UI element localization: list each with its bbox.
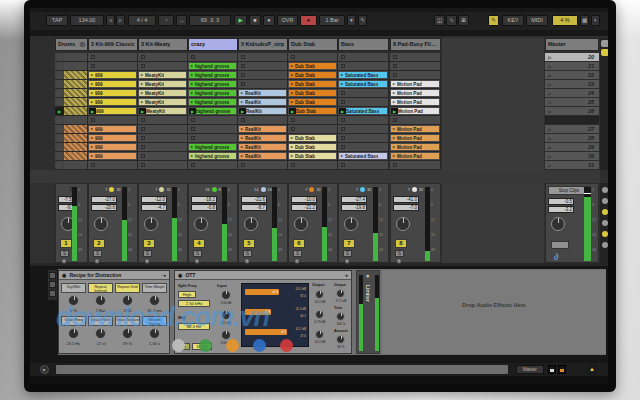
clip-slot[interactable] bbox=[338, 98, 389, 107]
group-stop-button[interactable]: ▷ bbox=[55, 161, 64, 170]
clip[interactable]: ▶RealKit bbox=[239, 99, 286, 105]
clip-slot[interactable] bbox=[138, 62, 188, 71]
volume-value-field[interactable]: -12.0 bbox=[141, 196, 167, 203]
solo-button[interactable]: S bbox=[93, 250, 102, 257]
device-view-tab[interactable] bbox=[49, 281, 56, 288]
clip-slot[interactable] bbox=[338, 53, 389, 62]
clip-slot[interactable]: ▶Saturated Bass bbox=[338, 152, 389, 161]
master-track-header[interactable]: Master bbox=[545, 38, 599, 51]
clip-stop-button[interactable] bbox=[393, 55, 397, 59]
clip-slot[interactable] bbox=[288, 125, 338, 134]
pan-knob[interactable] bbox=[294, 217, 308, 231]
clip-stop-button[interactable] bbox=[91, 163, 95, 167]
pan-knob[interactable] bbox=[344, 217, 358, 231]
punch-in-icon[interactable]: ∿ bbox=[446, 15, 457, 26]
clip-slot[interactable]: ▶Motion Pad bbox=[390, 98, 441, 107]
clip-slot[interactable] bbox=[238, 116, 288, 125]
clip-slot[interactable]: ▶highend groove bbox=[188, 107, 238, 116]
track-header[interactable]: Bass bbox=[338, 38, 389, 51]
clip-slot[interactable]: ▶Motion Pad bbox=[390, 107, 441, 116]
clip-stop-button[interactable] bbox=[141, 136, 145, 140]
clip-slot[interactable] bbox=[88, 161, 138, 170]
clip[interactable]: ▶MeatyKit bbox=[139, 99, 186, 105]
clip-slot[interactable] bbox=[390, 116, 441, 125]
clip-playing-icon[interactable]: ▶ bbox=[89, 108, 96, 114]
clip-slot[interactable] bbox=[238, 161, 288, 170]
time-signature-field[interactable]: 4 / 4 bbox=[128, 15, 156, 26]
clip-slot[interactable] bbox=[390, 62, 441, 71]
clip-stop-button[interactable] bbox=[141, 127, 145, 131]
clip-slot[interactable]: ▶RealKit bbox=[238, 152, 288, 161]
device-title-bar[interactable]: ◉ Recipe for Distraction ◦● bbox=[59, 271, 169, 280]
group-clip-slot[interactable] bbox=[64, 116, 88, 125]
clip-slot[interactable] bbox=[138, 125, 188, 134]
clip-slot[interactable]: ▶highend groove bbox=[188, 98, 238, 107]
mixer-show-toggle[interactable] bbox=[602, 187, 608, 193]
group-stop-button[interactable]: ▷ bbox=[55, 80, 64, 89]
clip-slot[interactable] bbox=[138, 152, 188, 161]
scene-slot[interactable]: ▷23 bbox=[545, 80, 599, 89]
track-header[interactable]: crazy bbox=[188, 38, 238, 51]
clip-slot[interactable] bbox=[138, 53, 188, 62]
group-unfold-button[interactable]: ◎ bbox=[80, 39, 85, 50]
clip-slot[interactable]: ▶Saturated Bass bbox=[338, 71, 389, 80]
volume-value-field[interactable]: -41.0 bbox=[393, 196, 419, 203]
clip[interactable]: ▶Dub Stab bbox=[289, 99, 336, 105]
group-clip-slot[interactable] bbox=[64, 152, 88, 161]
clip-playing-icon[interactable]: ▶ bbox=[239, 108, 246, 114]
clip-slot[interactable]: ▶Saturated Bass bbox=[338, 107, 389, 116]
device-title-bar[interactable]: ◉ OTT ◦● bbox=[175, 271, 351, 280]
device-drop-area[interactable]: Drop Audio Effects Here bbox=[382, 270, 606, 354]
scene-slot[interactable]: ▷25 bbox=[545, 98, 599, 107]
clip-stop-button[interactable] bbox=[191, 127, 195, 131]
group-clip-slot[interactable] bbox=[64, 53, 88, 62]
in-button[interactable]: In bbox=[178, 343, 190, 350]
clip[interactable]: ▶Dub Stab bbox=[289, 153, 336, 159]
device-activator-icon[interactable]: ◉ bbox=[366, 273, 370, 278]
track-header[interactable]: Drums◎ bbox=[55, 38, 88, 51]
macro-knob[interactable] bbox=[68, 328, 79, 339]
group-stop-button[interactable]: ▷ bbox=[55, 53, 64, 62]
macro-knob[interactable] bbox=[68, 295, 79, 306]
clip[interactable]: ▶RealKit bbox=[239, 135, 286, 141]
crossfader-box[interactable] bbox=[551, 241, 569, 249]
clip-stop-button[interactable] bbox=[91, 55, 95, 59]
clip-slot[interactable] bbox=[288, 116, 338, 125]
track-header[interactable]: 8 Pad-Busy Filters bbox=[390, 38, 441, 51]
clip-slot[interactable]: ▶highend groove bbox=[188, 143, 238, 152]
clip-stop-button[interactable] bbox=[141, 55, 145, 59]
clip-slot[interactable] bbox=[338, 125, 389, 134]
scene-slot[interactable]: ▷ bbox=[545, 116, 599, 125]
track-header[interactable]: 2 Kit-909 Classic bbox=[88, 38, 138, 51]
peak-value-field[interactable]: -20.6 bbox=[91, 204, 117, 211]
clip-slot[interactable]: ▶highend groove bbox=[188, 152, 238, 161]
crossfade-curve-icon[interactable]: ∂ bbox=[554, 252, 558, 262]
high-freq-field[interactable]: 2.50 kHz bbox=[178, 300, 210, 307]
clip-slot[interactable]: ▶MeatyKit bbox=[138, 107, 188, 116]
clip[interactable]: ▶Dub Stab bbox=[289, 81, 336, 87]
band-output-knob[interactable] bbox=[315, 290, 324, 299]
pan-knob[interactable] bbox=[94, 217, 108, 231]
mixer-show-toggle[interactable] bbox=[602, 198, 608, 204]
device-options-icon[interactable]: ◦● bbox=[343, 271, 348, 279]
clip[interactable]: ▶909 bbox=[89, 135, 136, 141]
mixer-show-toggle[interactable] bbox=[602, 231, 608, 237]
arm-button[interactable] bbox=[61, 258, 67, 264]
clip-stop-button[interactable] bbox=[291, 55, 295, 59]
macro-label[interactable]: Repeat Grid bbox=[115, 283, 140, 293]
scene-launch-button[interactable]: ▷ bbox=[548, 62, 551, 70]
band-output-knob[interactable] bbox=[315, 330, 324, 339]
clip-stop-button[interactable] bbox=[91, 118, 95, 122]
clip[interactable]: ▶RealKit bbox=[239, 90, 286, 96]
clip[interactable]: ▶Motion Pad bbox=[391, 90, 439, 96]
clip-slot[interactable] bbox=[238, 80, 288, 89]
clip-stop-button[interactable] bbox=[191, 118, 195, 122]
clip-stop-button[interactable] bbox=[141, 154, 145, 158]
group-clip-slot[interactable] bbox=[64, 98, 88, 107]
clip-stop-button[interactable] bbox=[341, 145, 345, 149]
clip-slot[interactable]: ▶909 bbox=[88, 134, 138, 143]
clip-slot[interactable]: ▶RealKit bbox=[238, 125, 288, 134]
clip-slot[interactable] bbox=[188, 53, 238, 62]
clip[interactable]: ▶RealKit bbox=[239, 108, 286, 114]
metronome-button[interactable]: ◔ bbox=[158, 15, 174, 26]
